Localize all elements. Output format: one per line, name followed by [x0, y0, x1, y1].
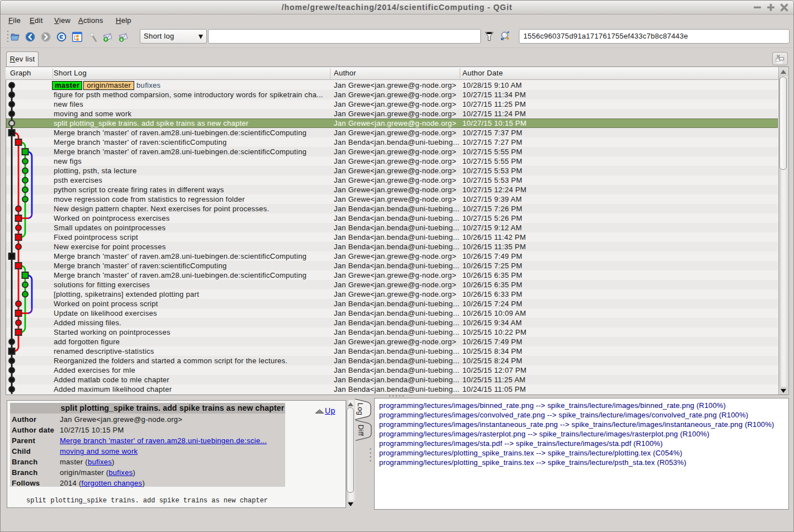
svg-text:Diff: Diff [357, 425, 365, 436]
svg-text:Log: Log [356, 403, 365, 416]
